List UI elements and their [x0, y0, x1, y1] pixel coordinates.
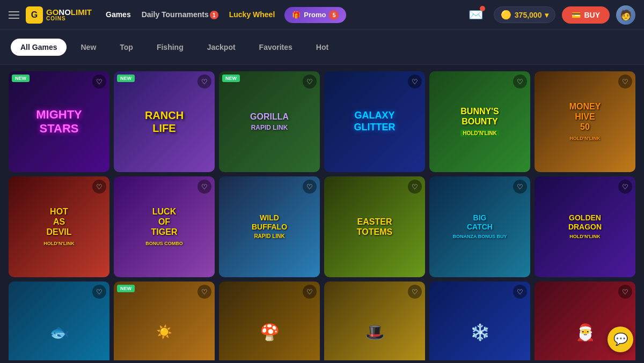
chevron-down-icon: ▾ [545, 11, 548, 19]
favorite-button[interactable]: ♡ [197, 180, 211, 194]
buy-button[interactable]: 💳 BUY [562, 6, 610, 24]
new-badge: NEW [117, 285, 135, 292]
mail-button[interactable]: ✉️ [469, 8, 483, 22]
game-card-big-catch[interactable]: BIGCATCHBONANZA BONUS BUY ♡ [429, 176, 530, 277]
logo: G GONOLIMIT COINS [26, 6, 92, 24]
chat-icon: 💬 [613, 332, 628, 346]
hamburger-menu[interactable] [9, 11, 19, 19]
game-card-easter-totems[interactable]: EASTERTOTEMS ♡ [324, 176, 425, 277]
filter-bar: All Games New Top Fishing Jackpot Favori… [0, 30, 644, 65]
promo-label: Promo [304, 11, 326, 19]
game-card-bunnys-bounty[interactable]: BUNNY'SBOUNTYHOLD'N'LINK ♡ [429, 71, 530, 172]
game-card-row3-1[interactable]: 🐟 ♡ [9, 281, 109, 360]
favorite-button[interactable]: ♡ [303, 75, 317, 88]
logo-icon: G [26, 6, 43, 24]
tab-favorites[interactable]: Favorites [250, 39, 302, 56]
favorite-button[interactable]: ♡ [303, 180, 317, 194]
tournaments-badge: 1 [210, 11, 218, 19]
favorite-button[interactable]: ♡ [303, 285, 317, 299]
wallet-icon: 💳 [572, 11, 581, 19]
buy-label: BUY [584, 11, 600, 19]
game-card-golden-dragon[interactable]: GOLDENDRAGONHOLD'N'LINK ♡ [535, 176, 635, 277]
tab-all-games[interactable]: All Games [11, 39, 67, 56]
tab-top[interactable]: Top [110, 39, 143, 56]
balance-button[interactable]: 🟡 375,000 ▾ [494, 6, 556, 23]
game-card-mighty-stars[interactable]: MIGHTYSTARS NEW ♡ [9, 71, 109, 172]
tab-new[interactable]: New [71, 39, 106, 56]
game-card-row3-4[interactable]: 🎩 ♡ [324, 281, 425, 360]
coin-icon: 🟡 [501, 10, 511, 20]
favorite-button[interactable]: ♡ [92, 180, 106, 194]
game-card-ranch-life[interactable]: RANCHLIFE NEW ♡ [114, 71, 215, 172]
game-card-money-hive[interactable]: MONEYHIVE50HOLD'N'LINK ♡ [535, 71, 635, 172]
favorite-button[interactable]: ♡ [197, 75, 211, 88]
new-badge: NEW [12, 75, 30, 82]
favorite-button[interactable]: ♡ [513, 285, 527, 299]
tab-jackpot[interactable]: Jackpot [197, 39, 245, 56]
favorite-button[interactable]: ♡ [408, 285, 422, 299]
game-card-luck-tiger[interactable]: LUCKOFTIGERBONUS COMBO ♡ [114, 176, 215, 277]
game-card-row3-2[interactable]: ☀️ NEW ♡ [114, 281, 215, 360]
favorite-button[interactable]: ♡ [408, 180, 422, 194]
game-card-hot-devil[interactable]: HOTASDEVILHOLD'N'LINK ♡ [9, 176, 109, 277]
new-badge: NEW [117, 75, 135, 82]
favorite-button[interactable]: ♡ [92, 285, 106, 299]
nav-games[interactable]: Games [103, 8, 134, 21]
new-badge: NEW [222, 75, 240, 82]
tab-fishing[interactable]: Fishing [147, 39, 193, 56]
favorite-button[interactable]: ♡ [408, 75, 422, 88]
favorite-button[interactable]: ♡ [618, 285, 632, 299]
favorite-button[interactable]: ♡ [513, 180, 527, 194]
game-card-wild-buffalo[interactable]: WILDBUFFALORAPID LINK ♡ [219, 176, 320, 277]
main-nav: Games Daily Tournaments1 Lucky Wheel [103, 8, 278, 21]
header: G GONOLIMIT COINS Games Daily Tournament… [0, 0, 644, 30]
games-section: MIGHTYSTARS NEW ♡ RANCHLIFE NEW ♡ GORILL… [0, 65, 644, 360]
game-card-row3-5[interactable]: ❄️ ♡ [429, 281, 530, 360]
favorite-button[interactable]: ♡ [618, 75, 632, 88]
gift-icon: 🎁 [292, 11, 301, 19]
promo-count: 5 [329, 10, 339, 20]
nav-lucky-wheel[interactable]: Lucky Wheel [226, 8, 279, 21]
favorite-button[interactable]: ♡ [513, 75, 527, 88]
mail-notification [480, 6, 485, 11]
nav-daily-tournaments[interactable]: Daily Tournaments1 [138, 8, 222, 21]
game-card-row3-3[interactable]: 🍄 ♡ [219, 281, 320, 360]
favorite-button[interactable]: ♡ [197, 285, 211, 299]
promo-button[interactable]: 🎁 Promo 5 [284, 7, 346, 23]
chat-button[interactable]: 💬 [608, 327, 633, 352]
tab-hot[interactable]: Hot [306, 39, 338, 56]
favorite-button[interactable]: ♡ [618, 180, 632, 194]
avatar[interactable]: 🧑 [616, 5, 635, 25]
favorite-button[interactable]: ♡ [92, 75, 106, 88]
balance-amount: 375,000 [515, 11, 542, 19]
game-card-gorilla[interactable]: GORILLARAPID LINK NEW ♡ [219, 71, 320, 172]
games-grid: MIGHTYSTARS NEW ♡ RANCHLIFE NEW ♡ GORILL… [9, 71, 635, 360]
game-card-galaxy-glitter[interactable]: GALAXYGLITTER ♡ [324, 71, 425, 172]
